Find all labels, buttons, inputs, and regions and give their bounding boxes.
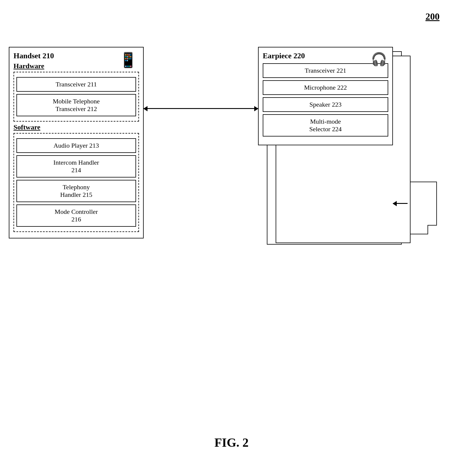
right-arrow-head	[393, 201, 397, 206]
mobile-telephone-transceiver-212-box: Mobile TelephoneTransceiver 212	[16, 94, 136, 116]
earpiece-box: Earpiece 220 🎧 Transceiver 221 Microphon…	[258, 47, 393, 145]
arrow-line	[144, 108, 258, 109]
software-section-label: Software	[13, 123, 139, 131]
right-arrow-line	[393, 203, 408, 204]
figure-number: 200	[425, 11, 440, 22]
figure-label: FIG. 2	[214, 436, 249, 450]
transceiver-211-box: Transceiver 211	[16, 77, 136, 92]
hardware-dashed-box: Transceiver 211 Mobile TelephoneTranscei…	[13, 72, 139, 122]
mode-controller-216-box: Mode Controller216	[16, 204, 136, 227]
microphone-222-box: Microphone 222	[263, 80, 388, 95]
transceiver-221-box: Transceiver 221	[263, 63, 388, 78]
earpiece-title: Earpiece 220	[263, 52, 388, 60]
intercom-handler-214-box: Intercom Handler214	[16, 155, 136, 178]
bidirectional-arrow	[144, 104, 258, 113]
handset-box: Handset 210 📱 Hardware Transceiver 211 M…	[9, 47, 144, 238]
phone-icon: 📱	[119, 52, 137, 69]
audio-player-213-box: Audio Player 213	[16, 138, 136, 153]
multi-mode-selector-224-box: Multi-modeSelector 224	[263, 114, 388, 137]
speaker-223-box: Speaker 223	[263, 97, 388, 112]
telephony-handler-215-box: TelephonyHandler 215	[16, 180, 136, 202]
software-dashed-box: Audio Player 213 Intercom Handler214 Tel…	[13, 133, 139, 232]
headset-icon: 🎧	[371, 52, 387, 67]
